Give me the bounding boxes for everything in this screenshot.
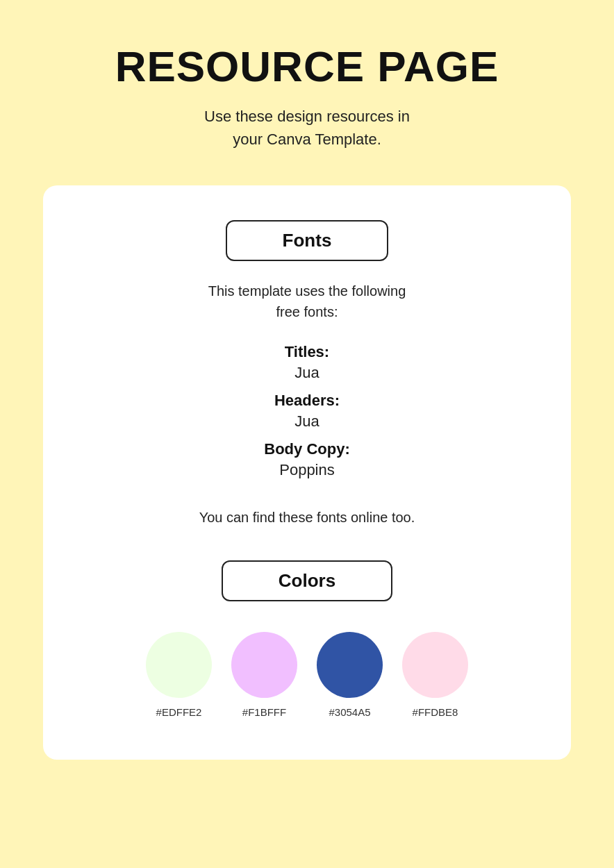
color-hex-1: #EDFFE2 bbox=[156, 706, 202, 718]
body-font-name: Poppins bbox=[264, 461, 349, 479]
body-label: Body Copy: bbox=[264, 440, 349, 458]
font-item-body: Body Copy: Poppins bbox=[264, 440, 349, 479]
color-hex-2: #F1BFFF bbox=[242, 706, 286, 718]
color-circle-2 bbox=[231, 632, 297, 698]
color-item-1: #EDFFE2 bbox=[146, 632, 212, 718]
colors-badge: Colors bbox=[222, 560, 392, 601]
headers-font-name: Jua bbox=[264, 412, 349, 431]
color-circle-1 bbox=[146, 632, 212, 698]
page-title: RESOURCE PAGE bbox=[115, 42, 499, 91]
color-circle-4 bbox=[402, 632, 468, 698]
color-item-3: #3054A5 bbox=[317, 632, 383, 718]
fonts-intro: This template uses the following free fo… bbox=[208, 281, 406, 322]
headers-label: Headers: bbox=[264, 392, 349, 410]
find-fonts-text: You can find these fonts online too. bbox=[199, 510, 415, 526]
color-hex-4: #FFDBE8 bbox=[413, 706, 458, 718]
color-circle-3 bbox=[317, 632, 383, 698]
colors-grid: #EDFFE2 #F1BFFF #3054A5 #FFDBE8 bbox=[146, 632, 468, 718]
color-item-4: #FFDBE8 bbox=[402, 632, 468, 718]
fonts-badge: Fonts bbox=[226, 220, 389, 261]
page-subtitle: Use these design resources in your Canva… bbox=[204, 105, 410, 151]
titles-label: Titles: bbox=[264, 343, 349, 361]
color-item-2: #F1BFFF bbox=[231, 632, 297, 718]
color-hex-3: #3054A5 bbox=[329, 706, 370, 718]
titles-font-name: Jua bbox=[264, 364, 349, 382]
font-item-headers: Headers: Jua bbox=[264, 392, 349, 431]
font-item-titles: Titles: Jua bbox=[264, 343, 349, 382]
resource-card: Fonts This template uses the following f… bbox=[43, 185, 571, 760]
fonts-list: Titles: Jua Headers: Jua Body Copy: Popp… bbox=[264, 343, 349, 489]
